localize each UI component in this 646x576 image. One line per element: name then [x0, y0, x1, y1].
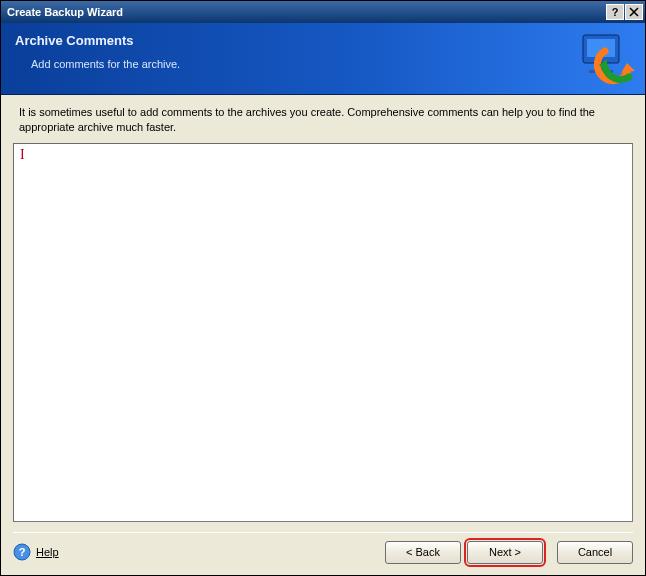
cancel-button[interactable]: Cancel [557, 541, 633, 564]
text-caret-icon: I [20, 147, 25, 162]
wizard-header: Archive Comments Add comments for the ar… [1, 23, 645, 95]
svg-text:?: ? [19, 546, 26, 558]
back-button[interactable]: < Back [385, 541, 461, 564]
wizard-nav-buttons: < Back Next > Cancel [379, 541, 633, 564]
close-titlebar-button[interactable] [625, 4, 643, 20]
question-mark-icon: ? [612, 6, 619, 19]
description-text: It is sometimes useful to add comments t… [13, 105, 633, 135]
svg-marker-4 [621, 63, 635, 73]
next-button[interactable]: Next > [467, 541, 543, 564]
close-icon [629, 7, 639, 17]
step-title: Archive Comments [15, 33, 629, 48]
backup-monitor-icon [577, 29, 637, 89]
comments-field-wrapper[interactable]: I [13, 143, 633, 522]
help-icon: ? [13, 543, 31, 561]
titlebar-buttons: ? [605, 4, 643, 20]
step-subtitle: Add comments for the archive. [31, 58, 629, 70]
window-title: Create Backup Wizard [7, 6, 605, 18]
content-area: It is sometimes useful to add comments t… [1, 95, 645, 533]
help-link[interactable]: Help [36, 546, 59, 558]
help-titlebar-button[interactable]: ? [606, 4, 624, 20]
wizard-window: Create Backup Wizard ? Archive Comments … [0, 0, 646, 576]
help-area: ? Help [13, 543, 59, 561]
wizard-footer: ? Help < Back Next > Cancel [1, 533, 645, 575]
title-bar: Create Backup Wizard ? [1, 1, 645, 23]
